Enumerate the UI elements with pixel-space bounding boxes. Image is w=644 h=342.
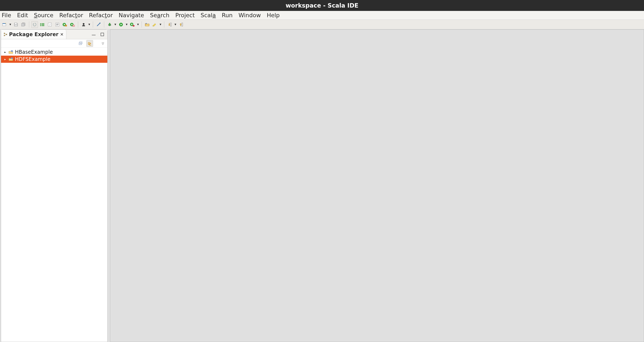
text-icon xyxy=(55,22,60,27)
project-name: HDFSExample xyxy=(15,56,50,62)
minimize-view-icon[interactable] xyxy=(92,33,96,35)
svg-rect-15 xyxy=(56,25,58,25)
link-editor-icon xyxy=(88,41,92,45)
menu-refactor2[interactable]: Refactor xyxy=(89,12,113,18)
run-external-button[interactable] xyxy=(129,21,136,28)
menu-window[interactable]: Window xyxy=(238,12,261,18)
refresh-icon xyxy=(32,22,37,27)
svg-rect-17 xyxy=(65,25,67,26)
svg-rect-4 xyxy=(40,23,42,24)
view-tab-bar: Package Explorer ✕ xyxy=(1,29,107,39)
debug-last-button[interactable]: EE xyxy=(69,21,76,28)
link-editor-button[interactable] xyxy=(86,40,93,47)
run-icon xyxy=(119,22,123,27)
highlighter-icon xyxy=(152,23,157,26)
down-arrow-gutter-icon xyxy=(168,22,172,27)
svg-rect-13 xyxy=(56,24,58,24)
project-name: HBaseExample xyxy=(15,49,53,55)
scala-project-icon: S xyxy=(8,50,13,54)
svg-rect-32 xyxy=(133,25,134,26)
menu-navigate[interactable]: Navigate xyxy=(119,12,144,18)
svg-text:S: S xyxy=(12,57,12,59)
expand-arrow-icon[interactable]: ▸ xyxy=(4,57,7,61)
toolbar-separator xyxy=(164,22,164,27)
toolbar-separator xyxy=(104,22,104,27)
scala-project-icon: S xyxy=(8,57,13,61)
refresh-button[interactable] xyxy=(31,21,38,28)
build-all-button[interactable] xyxy=(39,21,46,28)
maximize-view-icon[interactable] xyxy=(100,33,104,36)
explorer-subtoolbar: ▽ xyxy=(1,39,107,48)
search-toolbar-button[interactable] xyxy=(152,21,158,28)
project-tree[interactable]: ▸ S HBaseExample ▸ S HDFSExample xyxy=(1,48,107,63)
save-button[interactable] xyxy=(12,21,19,28)
package-explorer-view: Package Explorer ✕ xyxy=(1,29,108,342)
next-annotation-button[interactable] xyxy=(166,21,173,28)
new-dropdown-icon[interactable]: ▼ xyxy=(9,23,12,26)
run-dropdown-icon[interactable]: ▼ xyxy=(125,23,128,26)
debug-button[interactable] xyxy=(106,21,113,28)
svg-text:EE: EE xyxy=(73,25,74,26)
svg-rect-14 xyxy=(56,24,58,25)
main-toolbar: ▼ i xyxy=(0,20,644,29)
editor-area xyxy=(110,29,644,342)
next-ann-dropdown-icon[interactable]: ▼ xyxy=(174,23,177,26)
toolbar-separator xyxy=(78,22,78,27)
close-view-icon[interactable]: ✕ xyxy=(60,32,64,37)
svg-line-28 xyxy=(108,25,109,25)
menu-project[interactable]: Project xyxy=(176,12,195,18)
perspective-button[interactable] xyxy=(80,21,87,28)
menu-refactor[interactable]: Refactor xyxy=(59,12,83,18)
svg-rect-5 xyxy=(42,23,44,24)
save-all-icon xyxy=(21,22,26,27)
menu-source[interactable]: Source xyxy=(34,12,53,18)
collapse-all-button[interactable] xyxy=(78,40,84,47)
toolbar-separator xyxy=(93,22,93,27)
svg-point-33 xyxy=(146,23,147,24)
expand-arrow-icon[interactable]: ▸ xyxy=(4,50,7,54)
info-button[interactable]: i xyxy=(46,21,53,28)
svg-point-21 xyxy=(83,23,84,25)
info-icon: i xyxy=(48,22,52,27)
view-menu-icon[interactable]: ▽ xyxy=(102,42,104,45)
open-type-button[interactable] xyxy=(144,21,150,28)
up-arrow-gutter-icon xyxy=(179,22,183,27)
perspective-dropdown-icon[interactable]: ▼ xyxy=(88,23,91,26)
run-button[interactable] xyxy=(118,21,124,28)
save-all-button[interactable] xyxy=(20,21,27,28)
menu-run[interactable]: Run xyxy=(222,12,233,18)
menubar: File Edit Source Refactor Refactor Navig… xyxy=(0,11,644,20)
svg-rect-1 xyxy=(2,23,6,24)
menu-edit[interactable]: Edit xyxy=(17,12,28,18)
svg-line-29 xyxy=(110,25,111,25)
skip-breakpoints-button[interactable] xyxy=(95,21,102,28)
svg-rect-6 xyxy=(40,24,42,25)
run-last-button[interactable] xyxy=(62,21,68,28)
run-ext-dropdown-icon[interactable]: ▼ xyxy=(136,23,140,26)
wand-icon xyxy=(96,22,100,27)
svg-line-22 xyxy=(97,23,100,26)
menu-search[interactable]: Search xyxy=(150,12,170,18)
tree-item[interactable]: ▸ S HBaseExample xyxy=(1,48,107,56)
package-explorer-title: Package Explorer xyxy=(9,31,58,37)
menu-help[interactable]: Help xyxy=(267,12,280,18)
new-button[interactable] xyxy=(1,21,8,28)
workbench: Package Explorer ✕ xyxy=(0,29,644,342)
toolbar-separator xyxy=(29,22,29,27)
debug-dropdown-icon[interactable]: ▼ xyxy=(114,23,117,26)
menu-scala[interactable]: Scala xyxy=(200,12,216,18)
folder-open-icon xyxy=(145,23,150,26)
text-button[interactable] xyxy=(54,21,61,28)
collapse-all-icon xyxy=(79,41,83,45)
build-icon xyxy=(40,23,44,26)
user-icon xyxy=(82,22,86,27)
prev-annotation-button[interactable] xyxy=(178,21,184,28)
run-package-icon xyxy=(62,22,67,27)
svg-point-23 xyxy=(100,22,100,23)
svg-rect-3 xyxy=(15,25,17,26)
package-explorer-tab[interactable]: Package Explorer ✕ xyxy=(1,29,66,39)
menu-file[interactable]: File xyxy=(2,12,11,18)
svg-rect-8 xyxy=(40,25,42,26)
tree-item[interactable]: ▸ S HDFSExample xyxy=(1,56,107,63)
search-dropdown-icon[interactable]: ▼ xyxy=(159,23,162,26)
